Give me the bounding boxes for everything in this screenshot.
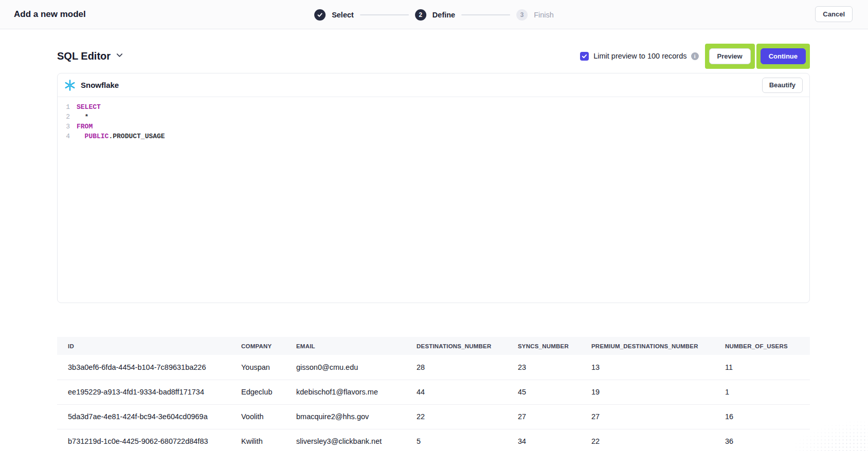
line-number: 2 — [62, 112, 70, 122]
editor-panel-header: Snowflake Beautify — [58, 73, 809, 97]
editor-toolbar: SQL Editor Limit preview to 100 records … — [57, 43, 810, 69]
table-cell: 3b3a0ef6-6fda-4454-b104-7c89631ba226 — [57, 355, 241, 380]
table-header: IDCOMPANYEMAILDESTINATIONS_NUMBERSYNCS_N… — [57, 337, 810, 355]
code-line: 4 PUBLIC.PRODUCT_USAGE — [62, 131, 809, 141]
stepper-step-finish[interactable]: 3Finish — [516, 9, 554, 21]
limit-preview-label: Limit preview to 100 records — [593, 52, 686, 60]
stepper-connector — [360, 14, 409, 15]
table-cell: 45 — [518, 380, 591, 404]
step-label: Define — [432, 11, 455, 19]
column-header: PREMIUM_DESTINATIONS_NUMBER — [591, 337, 725, 355]
line-number: 4 — [62, 131, 70, 141]
step-label: Finish — [534, 11, 554, 19]
table-cell: 27 — [518, 404, 591, 429]
column-header: NUMBER_OF_USERS — [725, 337, 810, 355]
continue-highlight: Continue — [756, 44, 810, 69]
table-cell: Edgeclub — [241, 380, 296, 404]
step-check-icon — [314, 9, 326, 21]
table-cell: 16 — [725, 404, 810, 429]
table-cell: 23 — [518, 355, 591, 380]
table-row: ee195229-a913-4fd1-9334-bad8ff171734Edge… — [57, 380, 810, 404]
editor-type-label: SQL Editor — [57, 50, 111, 62]
table-cell: 36 — [725, 429, 810, 451]
beautify-button[interactable]: Beautify — [762, 78, 803, 93]
line-number: 3 — [62, 122, 70, 131]
sql-editor-panel: Snowflake Beautify 1SELECT2 *3FROM4 PUBL… — [57, 73, 810, 303]
editor-type-dropdown[interactable]: SQL Editor — [57, 50, 123, 62]
table-cell: gisson0@cmu.edu — [296, 355, 417, 380]
info-icon[interactable]: i — [691, 52, 699, 60]
code-text: FROM — [77, 122, 93, 131]
column-header: ID — [57, 337, 241, 355]
table-cell: bmacquire2@hhs.gov — [296, 404, 417, 429]
code-line: 3FROM — [62, 122, 809, 131]
code-text: PUBLIC.PRODUCT_USAGE — [77, 131, 165, 141]
column-header: DESTINATIONS_NUMBER — [417, 337, 518, 355]
stepper-step-define[interactable]: 2Define — [415, 9, 455, 21]
page-title: Add a new model — [14, 9, 86, 20]
code-text: SELECT — [77, 102, 101, 112]
table-cell: 13 — [591, 355, 725, 380]
top-bar: Add a new model Select2Define3Finish Can… — [0, 0, 868, 29]
checkbox-checked-icon[interactable] — [580, 52, 589, 61]
stepper: Select2Define3Finish — [314, 0, 554, 29]
preview-controls: Limit preview to 100 records i Preview C… — [580, 44, 810, 69]
line-number: 1 — [62, 102, 70, 112]
preview-button[interactable]: Preview — [709, 48, 751, 64]
table-row: 3b3a0ef6-6fda-4454-b104-7c89631ba226Yous… — [57, 355, 810, 380]
table-cell: 27 — [591, 404, 725, 429]
column-header: COMPANY — [241, 337, 296, 355]
main-content: SQL Editor Limit preview to 100 records … — [0, 43, 868, 451]
table-cell: 5 — [417, 429, 518, 451]
table-cell: Kwilith — [241, 429, 296, 451]
table-cell: Youspan — [241, 355, 296, 380]
table-row: 5da3d7ae-4e81-424f-bc94-3e604cd0969aVool… — [57, 404, 810, 429]
code-line: 2 * — [62, 112, 809, 122]
stepper-step-select[interactable]: Select — [314, 9, 354, 21]
table-cell: Voolith — [241, 404, 296, 429]
continue-button[interactable]: Continue — [761, 48, 806, 64]
column-header: EMAIL — [296, 337, 417, 355]
step-number: 2 — [415, 9, 426, 21]
step-label: Select — [332, 11, 354, 19]
stepper-connector — [461, 14, 510, 15]
table-cell: ee195229-a913-4fd1-9334-bad8ff171734 — [57, 380, 241, 404]
source-name: Snowflake — [81, 81, 119, 89]
step-number: 3 — [516, 9, 528, 21]
column-header: SYNCS_NUMBER — [518, 337, 591, 355]
code-text: * — [77, 112, 88, 122]
cancel-button[interactable]: Cancel — [815, 6, 853, 22]
table-cell: sliversley3@clickbank.net — [296, 429, 417, 451]
table-cell: 22 — [417, 404, 518, 429]
table-cell: b731219d-1c0e-4425-9062-680722d84f83 — [57, 429, 241, 451]
preview-highlight: Preview — [705, 44, 755, 69]
code-line: 1SELECT — [62, 102, 809, 112]
preview-results-table: IDCOMPANYEMAILDESTINATIONS_NUMBERSYNCS_N… — [57, 337, 810, 451]
chevron-down-icon — [116, 51, 123, 61]
table-cell: 11 — [725, 355, 810, 380]
table-cell: 22 — [591, 429, 725, 451]
table-cell: 5da3d7ae-4e81-424f-bc94-3e604cd0969a — [57, 404, 241, 429]
snowflake-icon — [64, 79, 76, 91]
limit-preview-toggle[interactable]: Limit preview to 100 records — [580, 52, 686, 61]
table-cell: 1 — [725, 380, 810, 404]
table-cell: 44 — [417, 380, 518, 404]
table-cell: kdebischof1@flavors.me — [296, 380, 417, 404]
table-cell: 19 — [591, 380, 725, 404]
table-row: b731219d-1c0e-4425-9062-680722d84f83Kwil… — [57, 429, 810, 451]
table-cell: 34 — [518, 429, 591, 451]
sql-code-editor[interactable]: 1SELECT2 *3FROM4 PUBLIC.PRODUCT_USAGE — [58, 97, 809, 141]
table-cell: 28 — [417, 355, 518, 380]
